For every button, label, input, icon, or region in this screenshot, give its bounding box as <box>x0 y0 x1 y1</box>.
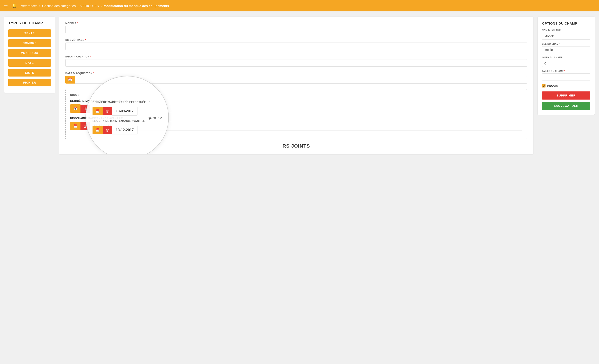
option-cle-label: CLÉ DU CHAMP <box>542 43 590 45</box>
option-cle-input[interactable] <box>542 46 590 53</box>
bottom-text: RS JOINTS <box>65 143 527 149</box>
form-panel: MODÈLE* KILOMÉTRAGE* IMMATRICULATION* <box>59 17 533 154</box>
main-layout: TYPES DE CHAMP TEXTE NOMBRE VRAI/FAUX DA… <box>0 11 599 364</box>
sidebar: TYPES DE CHAMP TEXTE NOMBRE VRAI/FAUX DA… <box>4 17 55 93</box>
topnav: ☰ 🔔 Préférences › Gestion des catégories… <box>0 0 599 11</box>
bell-icon[interactable]: 🔔 <box>12 3 17 8</box>
breadcrumb-current: Modification du masque des équipements <box>104 4 169 8</box>
maint-cal-btn-2[interactable]: 📅 <box>70 122 80 130</box>
option-taille-input[interactable] <box>542 73 590 80</box>
field-modele-input[interactable] <box>65 26 527 33</box>
required-star: * <box>77 22 78 25</box>
option-taille-label: TAILLE DU CHAMP* <box>542 70 590 72</box>
maint-del-btn-1[interactable]: 🗑 <box>80 105 90 113</box>
date-field-row: 📅 <box>65 76 527 84</box>
breadcrumb-preferences[interactable]: Préférences <box>20 4 37 8</box>
field-kilometrage-label: KILOMÉTRAGE* <box>65 39 527 41</box>
date-calendar-button[interactable]: 📅 <box>65 76 75 84</box>
field-modele: MODÈLE* <box>65 22 527 33</box>
maintenance-block-2: PROCHAINE MAINTENANCE AVANT LE 📅 🗑 13-12… <box>70 117 522 131</box>
breadcrumb-categories[interactable]: Gestion des catégories <box>42 4 76 8</box>
field-immatriculation: IMMATRICULATION* <box>65 55 527 67</box>
sidebar-btn-vrai-faux[interactable]: VRAI/FAUX <box>8 49 51 57</box>
right-panel-title: OPTIONS DU CHAMP <box>542 21 590 25</box>
field-immatriculation-label: IMMATRICULATION* <box>65 55 527 58</box>
breadcrumb-chevron-1: › <box>39 4 40 8</box>
sidebar-btn-date[interactable]: DATE <box>8 59 51 67</box>
maintenance-row-2: 📅 🗑 13-12-2017 <box>70 122 522 131</box>
maint-cal-btn-1[interactable]: 📅 <box>70 104 80 113</box>
field-kilometrage: KILOMÉTRAGE* <box>65 39 527 50</box>
maintenance-label-2: PROCHAINE MAINTENANCE AVANT LE <box>70 117 522 120</box>
date-acquisition-input[interactable] <box>75 76 527 84</box>
drop-area[interactable]: NOUVE DERNIÈRE MAINTENANCE EFFECTUÉE LE … <box>65 89 527 139</box>
sidebar-title: TYPES DE CHAMP <box>8 21 51 26</box>
drop-area-label: NOUVE <box>70 94 522 96</box>
maintenance-label-1: DERNIÈRE MAINTENANCE EFFECTUÉE LE <box>70 99 522 102</box>
option-nom-input[interactable] <box>542 33 590 40</box>
requis-row: REQUIS <box>542 84 590 88</box>
required-star-4: * <box>93 72 94 75</box>
requis-checkbox[interactable] <box>542 84 546 88</box>
required-star-3: * <box>90 55 91 58</box>
required-star-2: * <box>85 39 86 41</box>
right-panel: OPTIONS DU CHAMP NOM DU CHAMP CLÉ DU CHA… <box>537 17 595 115</box>
hamburger-icon[interactable]: ☰ <box>4 3 8 8</box>
breadcrumb-vehicules[interactable]: VEHICULES <box>80 4 99 8</box>
maint-date-val-1: 13-09-2017 <box>90 104 522 113</box>
field-date-label: DATE D'ACQUISITION* <box>65 72 527 75</box>
sidebar-btn-fichier[interactable]: FICHIER <box>8 79 51 86</box>
magnifier-overlay: DERNIÈRE MAINTENANCE EFFECTUÉE LE 📅 🗑 13… <box>86 76 169 154</box>
option-index-label: INDEX DU CHAMP <box>542 56 590 59</box>
maintenance-block-1: DERNIÈRE MAINTENANCE EFFECTUÉE LE 📅 🗑 13… <box>70 99 522 113</box>
breadcrumb: Préférences › Gestion des catégories › V… <box>20 4 169 8</box>
option-index-input[interactable] <box>542 60 590 67</box>
sidebar-btn-texte[interactable]: TEXTE <box>8 29 51 37</box>
field-kilometrage-input[interactable] <box>65 43 527 50</box>
sidebar-btn-nombre[interactable]: NOMBRE <box>8 39 51 47</box>
field-immatriculation-input[interactable] <box>65 59 527 67</box>
breadcrumb-chevron-2: › <box>77 4 79 8</box>
sauvegarder-button[interactable]: SAUVEGARDER <box>542 102 590 110</box>
maint-del-btn-2[interactable]: 🗑 <box>80 122 90 130</box>
supprimer-button[interactable]: SUPPRIMER <box>542 91 590 99</box>
breadcrumb-chevron-3: › <box>101 4 102 8</box>
taille-required: * <box>564 70 565 72</box>
field-modele-label: MODÈLE* <box>65 22 527 25</box>
field-date-acquisition: DATE D'ACQUISITION* 📅 <box>65 72 527 84</box>
maintenance-row-1: 📅 🗑 13-09-2017 <box>70 104 522 113</box>
sidebar-btn-liste[interactable]: LISTE <box>8 69 51 77</box>
center-content: MODÈLE* KILOMÉTRAGE* IMMATRICULATION* <box>59 17 533 154</box>
requis-label: REQUIS <box>547 84 558 87</box>
maint-date-val-2: 13-12-2017 <box>90 122 522 131</box>
option-nom-label: NOM DU CHAMP <box>542 29 590 32</box>
